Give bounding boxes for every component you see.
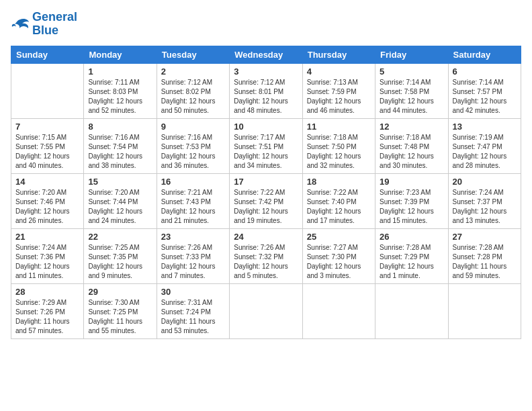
day-info: Sunrise: 7:24 AM Sunset: 7:37 PM Dayligh… bbox=[453, 188, 517, 226]
day-info: Sunrise: 7:23 AM Sunset: 7:39 PM Dayligh… bbox=[380, 188, 443, 226]
day-number: 4 bbox=[307, 66, 371, 77]
day-number: 13 bbox=[453, 122, 517, 132]
day-number: 3 bbox=[234, 66, 298, 77]
day-info: Sunrise: 7:28 AM Sunset: 7:28 PM Dayligh… bbox=[453, 243, 517, 281]
day-number: 12 bbox=[380, 122, 443, 132]
day-of-week-header: Friday bbox=[375, 46, 448, 63]
calendar-cell: 9Sunrise: 7:16 AM Sunset: 7:53 PM Daylig… bbox=[157, 118, 229, 173]
day-info: Sunrise: 7:15 AM Sunset: 7:55 PM Dayligh… bbox=[15, 133, 79, 171]
calendar-cell bbox=[302, 283, 375, 338]
day-info: Sunrise: 7:12 AM Sunset: 8:02 PM Dayligh… bbox=[161, 78, 225, 116]
day-number: 26 bbox=[380, 232, 443, 242]
calendar-cell: 19Sunrise: 7:23 AM Sunset: 7:39 PM Dayli… bbox=[375, 173, 448, 228]
day-number: 11 bbox=[307, 122, 371, 132]
day-number: 29 bbox=[88, 287, 152, 297]
calendar-table: SundayMondayTuesdayWednesdayThursdayFrid… bbox=[11, 46, 521, 339]
calendar-cell: 6Sunrise: 7:14 AM Sunset: 7:57 PM Daylig… bbox=[448, 63, 521, 118]
calendar-cell bbox=[230, 283, 302, 338]
day-info: Sunrise: 7:18 AM Sunset: 7:50 PM Dayligh… bbox=[307, 133, 371, 171]
day-info: Sunrise: 7:27 AM Sunset: 7:30 PM Dayligh… bbox=[307, 243, 371, 281]
calendar-cell: 7Sunrise: 7:15 AM Sunset: 7:55 PM Daylig… bbox=[11, 118, 84, 173]
calendar-cell: 11Sunrise: 7:18 AM Sunset: 7:50 PM Dayli… bbox=[302, 118, 375, 173]
day-info: Sunrise: 7:11 AM Sunset: 8:03 PM Dayligh… bbox=[88, 78, 152, 116]
calendar-header-row: SundayMondayTuesdayWednesdayThursdayFrid… bbox=[11, 46, 521, 63]
calendar-cell: 16Sunrise: 7:21 AM Sunset: 7:43 PM Dayli… bbox=[157, 173, 229, 228]
calendar-week-row: 28Sunrise: 7:29 AM Sunset: 7:26 PM Dayli… bbox=[11, 283, 521, 338]
logo: General Blue bbox=[11, 11, 77, 38]
day-info: Sunrise: 7:20 AM Sunset: 7:46 PM Dayligh… bbox=[15, 188, 79, 226]
day-info: Sunrise: 7:21 AM Sunset: 7:43 PM Dayligh… bbox=[161, 188, 225, 226]
calendar-week-row: 7Sunrise: 7:15 AM Sunset: 7:55 PM Daylig… bbox=[11, 118, 521, 173]
calendar-cell: 10Sunrise: 7:17 AM Sunset: 7:51 PM Dayli… bbox=[230, 118, 302, 173]
day-info: Sunrise: 7:26 AM Sunset: 7:33 PM Dayligh… bbox=[161, 243, 225, 281]
calendar-week-row: 21Sunrise: 7:24 AM Sunset: 7:36 PM Dayli… bbox=[11, 228, 521, 283]
day-number: 25 bbox=[307, 232, 371, 242]
day-number: 21 bbox=[15, 232, 79, 242]
day-number: 2 bbox=[161, 66, 225, 77]
day-number: 7 bbox=[15, 122, 79, 132]
day-of-week-header: Saturday bbox=[448, 46, 521, 63]
calendar-cell: 23Sunrise: 7:26 AM Sunset: 7:33 PM Dayli… bbox=[157, 228, 229, 283]
day-info: Sunrise: 7:16 AM Sunset: 7:53 PM Dayligh… bbox=[161, 133, 225, 171]
day-number: 16 bbox=[161, 177, 225, 187]
calendar-cell: 24Sunrise: 7:26 AM Sunset: 7:32 PM Dayli… bbox=[230, 228, 302, 283]
day-of-week-header: Wednesday bbox=[230, 46, 302, 63]
calendar-week-row: 14Sunrise: 7:20 AM Sunset: 7:46 PM Dayli… bbox=[11, 173, 521, 228]
logo-text: General Blue bbox=[32, 11, 77, 38]
day-number: 9 bbox=[161, 122, 225, 132]
day-number: 20 bbox=[453, 177, 517, 187]
day-info: Sunrise: 7:26 AM Sunset: 7:32 PM Dayligh… bbox=[234, 243, 298, 281]
calendar-cell: 2Sunrise: 7:12 AM Sunset: 8:02 PM Daylig… bbox=[157, 63, 229, 118]
calendar-cell: 20Sunrise: 7:24 AM Sunset: 7:37 PM Dayli… bbox=[448, 173, 521, 228]
day-number: 5 bbox=[380, 66, 443, 77]
day-info: Sunrise: 7:28 AM Sunset: 7:29 PM Dayligh… bbox=[380, 243, 443, 281]
calendar-week-row: 1Sunrise: 7:11 AM Sunset: 8:03 PM Daylig… bbox=[11, 63, 521, 118]
calendar-cell bbox=[448, 283, 521, 338]
day-number: 24 bbox=[234, 232, 298, 242]
day-number: 14 bbox=[15, 177, 79, 187]
calendar-cell: 14Sunrise: 7:20 AM Sunset: 7:46 PM Dayli… bbox=[11, 173, 84, 228]
page-header: General Blue bbox=[11, 11, 521, 38]
calendar-cell: 18Sunrise: 7:22 AM Sunset: 7:40 PM Dayli… bbox=[302, 173, 375, 228]
day-number: 23 bbox=[161, 232, 225, 242]
day-info: Sunrise: 7:22 AM Sunset: 7:40 PM Dayligh… bbox=[307, 188, 371, 226]
day-number: 30 bbox=[161, 287, 225, 297]
calendar-cell: 15Sunrise: 7:20 AM Sunset: 7:44 PM Dayli… bbox=[84, 173, 157, 228]
day-number: 1 bbox=[88, 66, 152, 77]
day-number: 6 bbox=[453, 66, 517, 77]
day-info: Sunrise: 7:16 AM Sunset: 7:54 PM Dayligh… bbox=[88, 133, 152, 171]
day-info: Sunrise: 7:31 AM Sunset: 7:24 PM Dayligh… bbox=[161, 298, 225, 336]
day-number: 17 bbox=[234, 177, 298, 187]
day-number: 10 bbox=[234, 122, 298, 132]
day-of-week-header: Monday bbox=[84, 46, 157, 63]
day-number: 15 bbox=[88, 177, 152, 187]
calendar-cell: 21Sunrise: 7:24 AM Sunset: 7:36 PM Dayli… bbox=[11, 228, 84, 283]
day-info: Sunrise: 7:25 AM Sunset: 7:35 PM Dayligh… bbox=[88, 243, 152, 281]
day-number: 28 bbox=[15, 287, 79, 297]
calendar-cell: 12Sunrise: 7:18 AM Sunset: 7:48 PM Dayli… bbox=[375, 118, 448, 173]
calendar-cell: 13Sunrise: 7:19 AM Sunset: 7:47 PM Dayli… bbox=[448, 118, 521, 173]
day-of-week-header: Thursday bbox=[302, 46, 375, 63]
day-of-week-header: Tuesday bbox=[157, 46, 229, 63]
day-info: Sunrise: 7:12 AM Sunset: 8:01 PM Dayligh… bbox=[234, 78, 298, 116]
day-info: Sunrise: 7:14 AM Sunset: 7:57 PM Dayligh… bbox=[453, 78, 517, 116]
day-info: Sunrise: 7:22 AM Sunset: 7:42 PM Dayligh… bbox=[234, 188, 298, 226]
calendar-cell: 22Sunrise: 7:25 AM Sunset: 7:35 PM Dayli… bbox=[84, 228, 157, 283]
day-info: Sunrise: 7:29 AM Sunset: 7:26 PM Dayligh… bbox=[15, 298, 79, 336]
calendar-cell: 5Sunrise: 7:14 AM Sunset: 7:58 PM Daylig… bbox=[375, 63, 448, 118]
day-number: 27 bbox=[453, 232, 517, 242]
day-number: 8 bbox=[88, 122, 152, 132]
day-info: Sunrise: 7:19 AM Sunset: 7:47 PM Dayligh… bbox=[453, 133, 517, 171]
calendar-cell bbox=[375, 283, 448, 338]
calendar-cell: 4Sunrise: 7:13 AM Sunset: 7:59 PM Daylig… bbox=[302, 63, 375, 118]
day-info: Sunrise: 7:18 AM Sunset: 7:48 PM Dayligh… bbox=[380, 133, 443, 171]
calendar-cell: 28Sunrise: 7:29 AM Sunset: 7:26 PM Dayli… bbox=[11, 283, 84, 338]
day-number: 22 bbox=[88, 232, 152, 242]
calendar-cell: 26Sunrise: 7:28 AM Sunset: 7:29 PM Dayli… bbox=[375, 228, 448, 283]
calendar-cell bbox=[11, 63, 84, 118]
day-info: Sunrise: 7:13 AM Sunset: 7:59 PM Dayligh… bbox=[307, 78, 371, 116]
day-info: Sunrise: 7:17 AM Sunset: 7:51 PM Dayligh… bbox=[234, 133, 298, 171]
day-info: Sunrise: 7:20 AM Sunset: 7:44 PM Dayligh… bbox=[88, 188, 152, 226]
calendar-cell: 25Sunrise: 7:27 AM Sunset: 7:30 PM Dayli… bbox=[302, 228, 375, 283]
day-number: 19 bbox=[380, 177, 443, 187]
